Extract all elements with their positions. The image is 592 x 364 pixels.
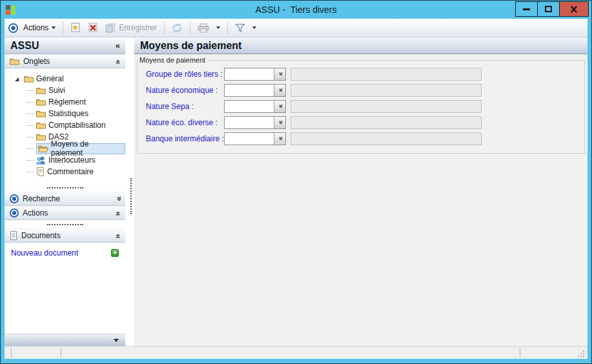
toolbar-separator (63, 21, 63, 34)
minimize-icon (523, 8, 530, 10)
field-label: Groupe de rôles tiers : (146, 70, 224, 79)
tree-node-comptabilisation[interactable]: Comptabilisation (5, 119, 125, 131)
nature-economique-combobox[interactable]: « (224, 84, 286, 97)
double-chevron-down-icon: « (276, 137, 284, 140)
toolbar-separator (164, 21, 165, 34)
nature-sepa-readonly-field (291, 100, 482, 113)
combobox-value[interactable] (225, 101, 274, 112)
maximize-button[interactable] (537, 1, 560, 17)
nature-economique-readonly-field (291, 84, 482, 97)
folder-icon (36, 86, 46, 94)
nature-eco-diverse-combobox[interactable]: « (224, 116, 286, 129)
app-window: ASSU - Tiers divers Actions (0, 0, 592, 364)
combobox-dropdown-button[interactable]: « (274, 68, 285, 80)
delete-icon (88, 23, 98, 33)
tree-node-statistiques[interactable]: Statistiques (5, 108, 125, 119)
tree-node-suivi[interactable]: Suivi (5, 85, 125, 96)
filter-options-button[interactable] (250, 25, 258, 30)
group-title: Moyens de paiement (139, 56, 208, 64)
sidebar-header: ASSU « (5, 37, 125, 54)
tree-connector (26, 160, 34, 161)
combobox-dropdown-button[interactable]: « (274, 101, 285, 112)
tree-connector (26, 137, 34, 137)
chevron-down-icon (52, 26, 56, 29)
collapse-sidebar-icon[interactable]: « (116, 41, 119, 50)
target-icon (8, 23, 18, 33)
new-document-row: Nouveau document + (5, 245, 125, 261)
chevron-down-icon (216, 26, 220, 29)
print-button[interactable] (196, 22, 211, 34)
sidebar-splitter[interactable] (125, 37, 134, 346)
combobox-dropdown-button[interactable]: « (274, 133, 285, 145)
panel-documents-label: Documents (21, 231, 112, 240)
combobox-value[interactable] (225, 133, 274, 145)
tree-node-label: Statistiques (48, 109, 88, 118)
filter-button[interactable] (233, 22, 247, 34)
close-button[interactable] (559, 1, 589, 17)
tree-connector (26, 172, 34, 172)
tree-node-label: Interlocuteurs (48, 156, 96, 165)
titlebar: ASSU - Tiers divers (1, 1, 591, 19)
save-button[interactable]: Enregistrer (103, 22, 159, 34)
groupe-de-roles-tiers-readonly-field (291, 68, 482, 81)
page-title: Moyens de paiement (140, 40, 241, 52)
field-label: Nature économique : (146, 86, 224, 95)
refresh-button[interactable] (170, 22, 185, 34)
tree-expander-icon[interactable]: ◢ (15, 76, 21, 82)
groupe-de-roles-tiers-combobox[interactable]: « (224, 68, 286, 81)
chevron-down-icon: « (113, 197, 123, 201)
minimize-button[interactable] (515, 1, 538, 17)
field-label: Nature éco. diverse : (146, 118, 224, 127)
filter-icon (235, 23, 245, 32)
chevron-up-icon: « (113, 211, 123, 215)
new-button[interactable] (68, 21, 83, 34)
sidebar-footer-bar[interactable] (5, 334, 125, 346)
selected-tree-node[interactable]: Moyens de paiement (36, 143, 125, 154)
panel-header-documents[interactable]: Documents « (5, 228, 125, 243)
resize-grip-icon[interactable] (577, 350, 585, 358)
combobox-value[interactable] (225, 68, 274, 80)
combobox-value[interactable] (225, 85, 274, 96)
refresh-icon (172, 23, 183, 33)
banque-intermediaire-readonly-field (291, 132, 482, 145)
chevron-up-icon: « (113, 59, 123, 63)
save-label: Enregistrer (119, 23, 157, 32)
tree-node-general[interactable]: ◢ Général (5, 73, 125, 85)
tree-node-commentaire[interactable]: Commentaire (5, 166, 125, 177)
folder-icon (36, 98, 46, 106)
field-label: Banque intermédiaire : (146, 134, 224, 143)
field-row-banque-intermediaire: Banque intermédiaire : « (138, 130, 584, 147)
splitter-grip[interactable] (130, 178, 132, 214)
combobox-dropdown-button[interactable]: « (274, 117, 285, 128)
tree-node-label: Commentaire (47, 167, 94, 176)
tree-connector (26, 125, 34, 126)
tree-connector (26, 102, 34, 103)
double-chevron-down-icon: « (276, 105, 284, 108)
field-row-nature-eco-diverse: Nature éco. diverse : « (138, 114, 584, 130)
status-cell-left (11, 348, 61, 358)
panel-header-onglets[interactable]: Onglets « (5, 54, 125, 68)
combobox-value[interactable] (225, 117, 274, 128)
banque-intermediaire-combobox[interactable]: « (224, 132, 286, 145)
target-icon (10, 208, 19, 217)
printer-icon (198, 23, 209, 33)
new-document-link[interactable]: Nouveau document (11, 248, 111, 258)
folder-open-icon (38, 145, 48, 152)
tree-node-moyens-de-paiement-selected[interactable]: Moyens de paiement (5, 143, 125, 154)
app-logo-icon (6, 5, 15, 15)
delete-button[interactable] (86, 21, 100, 34)
tree-node-reglement[interactable]: Règlement (5, 96, 125, 108)
actions-menu-button[interactable]: Actions (21, 22, 57, 34)
people-icon (36, 156, 46, 165)
print-options-button[interactable] (214, 25, 222, 30)
panel-header-actions[interactable]: Actions « (5, 206, 125, 220)
moyens-de-paiement-group: Moyens de paiement Groupe de rôles tiers… (137, 56, 585, 154)
field-row-groupe-de-roles-tiers: Groupe de rôles tiers : « (138, 66, 584, 82)
main-body: Moyens de paiement Groupe de rôles tiers… (134, 54, 587, 346)
nature-sepa-combobox[interactable]: « (224, 100, 286, 113)
panel-header-recherche[interactable]: Recherche « (5, 192, 125, 206)
add-document-button[interactable]: + (111, 249, 119, 257)
new-document-icon (70, 23, 81, 33)
combobox-dropdown-button[interactable]: « (274, 85, 285, 96)
status-cell-right (520, 348, 586, 358)
